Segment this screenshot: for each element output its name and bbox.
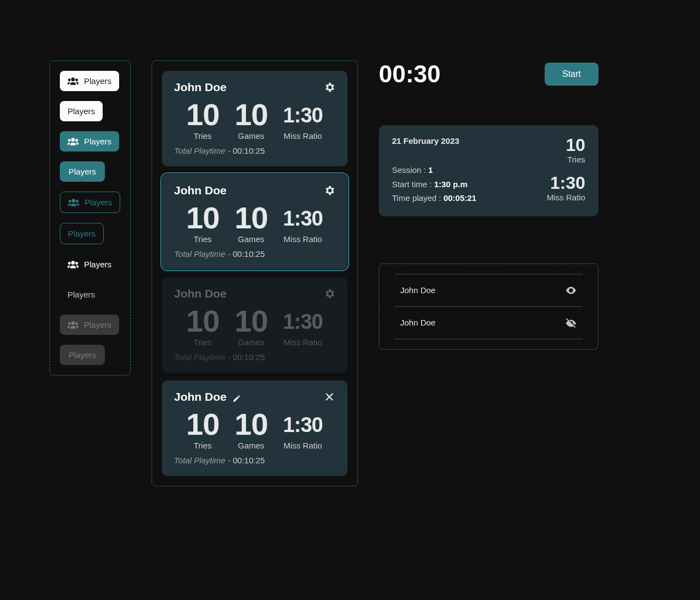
miss-ratio-label: Miss Ratio xyxy=(283,234,323,244)
miss-ratio-value: 1:30 xyxy=(283,411,323,440)
gear-icon[interactable] xyxy=(323,81,335,93)
total-playtime: Total Playtime - 00:10:25 xyxy=(174,352,335,362)
games-value: 10 xyxy=(234,306,267,337)
games-value: 10 xyxy=(234,409,267,440)
pencil-icon[interactable] xyxy=(232,392,241,401)
visibility-name: John Doe xyxy=(400,285,435,295)
groups-icon xyxy=(68,199,79,206)
start-button[interactable]: Start xyxy=(545,63,598,86)
tries-label: Tries xyxy=(186,441,219,450)
groups-icon xyxy=(68,321,79,329)
close-icon[interactable] xyxy=(323,391,335,403)
players-button-outline-noicon[interactable]: Players xyxy=(60,223,104,244)
players-button-outline[interactable]: Players xyxy=(60,192,120,213)
games-label: Games xyxy=(234,234,267,244)
players-button-white[interactable]: Players xyxy=(60,71,119,91)
miss-ratio-label: Miss Ratio xyxy=(283,131,323,141)
time-played-label: Time played : xyxy=(392,193,444,203)
player-name: John Doe xyxy=(174,184,227,197)
games-value: 10 xyxy=(234,99,267,130)
button-label: Players xyxy=(68,106,95,116)
button-label: Players xyxy=(84,320,111,329)
button-label: Players xyxy=(68,290,95,299)
games-label: Games xyxy=(234,441,267,450)
tries-label: Tries xyxy=(186,131,219,141)
total-playtime: Total Playtime - 00:10:25 xyxy=(174,249,335,259)
session-miss-value: 1:30 xyxy=(547,174,585,192)
tries-label: Tries xyxy=(186,234,219,244)
button-label: Players xyxy=(84,137,111,146)
player-name: John Doe xyxy=(174,390,227,403)
games-label: Games xyxy=(234,131,267,141)
visibility-panel: John DoeJohn Doe xyxy=(379,263,598,350)
visibility-row: John Doe xyxy=(395,274,583,307)
players-button-teal[interactable]: Players xyxy=(60,131,119,152)
button-label: Players xyxy=(84,76,111,86)
total-playtime: Total Playtime - 00:10:25 xyxy=(174,146,335,155)
player-card[interactable]: John Doe10Tries10Games1:30Miss RatioTota… xyxy=(162,380,348,476)
timer-value: 00:30 xyxy=(379,60,441,88)
eye-off-icon[interactable] xyxy=(565,317,577,329)
players-button-text-dim-noicon[interactable]: Players xyxy=(60,284,103,305)
groups-icon xyxy=(68,138,79,145)
player-card[interactable]: John Doe10Tries10Games1:30Miss RatioTota… xyxy=(162,174,348,270)
players-button-white-noicon[interactable]: Players xyxy=(60,101,103,121)
players-button-disabled: Players xyxy=(60,315,119,335)
tries-value: 10 xyxy=(186,99,219,130)
groups-icon xyxy=(68,77,79,85)
player-card[interactable]: John Doe10Tries10Games1:30Miss RatioTota… xyxy=(162,71,348,166)
button-style-panel: PlayersPlayersPlayersPlayersPlayersPlaye… xyxy=(49,60,131,375)
session-card: 21 February 2023 Session : 1 Start time … xyxy=(379,125,598,216)
players-button-disabled-flat-noicon: Players xyxy=(60,345,105,365)
player-card: John Doe10Tries10Games1:30Miss RatioTota… xyxy=(162,277,348,373)
session-date: 21 February 2023 xyxy=(392,136,477,145)
start-time: 1:30 p.m xyxy=(434,180,468,189)
button-label: Players xyxy=(84,260,111,269)
gear-icon[interactable] xyxy=(323,184,335,197)
tries-label: Tries xyxy=(186,338,219,347)
games-value: 10 xyxy=(234,203,267,233)
eye-icon[interactable] xyxy=(565,284,577,296)
players-button-teal-flat-noicon[interactable]: Players xyxy=(60,161,105,182)
groups-icon xyxy=(68,261,79,268)
miss-ratio-label: Miss Ratio xyxy=(283,338,323,347)
tries-value: 10 xyxy=(186,306,219,337)
visibility-name: John Doe xyxy=(400,318,435,327)
gear-icon[interactable] xyxy=(323,288,335,300)
visibility-row: John Doe xyxy=(395,307,583,339)
session-num: 1 xyxy=(428,165,433,175)
session-tries-label: Tries xyxy=(547,155,585,164)
player-name: John Doe xyxy=(174,287,227,300)
right-panel: 00:30 Start 21 February 2023 Session : 1… xyxy=(379,60,598,350)
timer-row: 00:30 Start xyxy=(379,60,598,88)
player-name: John Doe xyxy=(174,81,227,94)
total-playtime: Total Playtime - 00:10:25 xyxy=(174,456,335,465)
time-played: 00:05:21 xyxy=(444,193,477,203)
players-button-text[interactable]: Players xyxy=(60,254,119,274)
start-time-label: Start time : xyxy=(392,180,434,189)
button-label: Players xyxy=(69,350,96,360)
session-meta: Session : 1 Start time : 1:30 p.m Time p… xyxy=(392,163,477,205)
tries-value: 10 xyxy=(186,203,219,233)
miss-ratio-value: 1:30 xyxy=(283,204,323,233)
games-label: Games xyxy=(234,338,267,347)
button-label: Players xyxy=(68,229,96,238)
tries-value: 10 xyxy=(186,409,219,440)
miss-ratio-value: 1:30 xyxy=(283,101,323,130)
miss-ratio-value: 1:30 xyxy=(283,307,323,337)
button-label: Players xyxy=(69,167,96,176)
player-cards-panel: John Doe10Tries10Games1:30Miss RatioTota… xyxy=(152,60,358,486)
session-miss-label: Miss Ratio xyxy=(547,193,585,202)
session-num-label: Session : xyxy=(392,165,428,175)
miss-ratio-label: Miss Ratio xyxy=(283,441,323,450)
session-tries-value: 10 xyxy=(547,136,585,154)
button-label: Players xyxy=(85,198,112,207)
